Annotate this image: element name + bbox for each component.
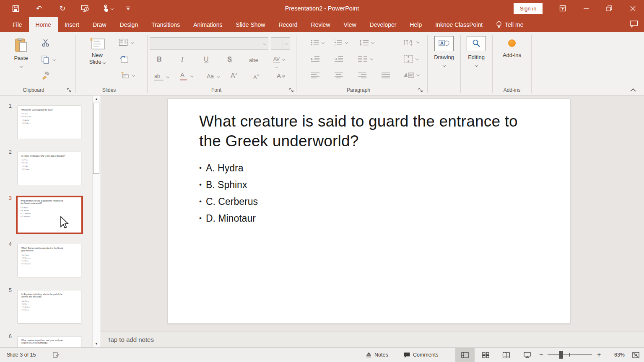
comments-toggle-button[interactable]: Comments xyxy=(403,348,438,362)
slide-thumbnail-panel: 1 Who is the Greek god of the sea? • A. … xyxy=(0,96,101,347)
font-size-combobox[interactable] xyxy=(271,37,290,50)
scroll-up-button[interactable]: ▲ xyxy=(93,96,100,102)
align-right-button[interactable] xyxy=(358,72,367,79)
zoom-slider-thumb[interactable] xyxy=(559,351,563,359)
notes-toggle-button[interactable]: Notes xyxy=(366,348,388,362)
font-size-dropdown[interactable] xyxy=(283,38,290,49)
sign-in-button[interactable]: Sign in xyxy=(514,3,543,14)
zoom-in-button[interactable]: + xyxy=(597,348,601,362)
format-painter-button[interactable] xyxy=(41,72,50,80)
tab-view[interactable]: View xyxy=(337,17,363,32)
bullets-button[interactable] xyxy=(311,39,324,46)
align-center-button[interactable] xyxy=(334,72,343,79)
slide-indicator[interactable]: Slide 3 of 15 xyxy=(7,348,36,362)
tab-file[interactable]: File xyxy=(6,17,29,32)
tab-inknoe-classpoint[interactable]: Inknoe ClassPoint xyxy=(428,17,489,32)
section-button[interactable] xyxy=(121,71,135,79)
bold-button[interactable]: B xyxy=(157,56,162,63)
tab-slide-show[interactable]: Slide Show xyxy=(229,17,272,32)
tab-transitions[interactable]: Transitions xyxy=(145,17,187,32)
font-name-dropdown[interactable] xyxy=(261,38,268,49)
paragraph-dialog-launcher[interactable] xyxy=(418,88,423,93)
text-shadow-button[interactable]: S xyxy=(227,56,232,63)
align-left-button[interactable] xyxy=(311,72,320,79)
lightbulb-icon xyxy=(496,21,502,28)
tab-home[interactable]: Home xyxy=(29,17,58,32)
fit-slide-to-window-button[interactable] xyxy=(628,348,643,362)
numbering-icon xyxy=(334,39,343,46)
notes-pane[interactable]: Tap to add notes xyxy=(101,331,644,347)
slide-thumbnail-6[interactable]: What creature is part lion, part goat, a… xyxy=(18,336,81,347)
slide-thumbnail-3-selected[interactable]: What creature is said to guard the entra… xyxy=(16,196,83,234)
text-highlight-button[interactable]: ab xyxy=(154,72,169,81)
slide-body-text[interactable]: A. Hydra B. Sphinx C. Cerberus D. Minota… xyxy=(199,160,258,227)
increase-font-size-button[interactable]: A˄ xyxy=(231,72,237,80)
minimize-button[interactable] xyxy=(580,3,592,14)
tab-design[interactable]: Design xyxy=(113,17,145,32)
font-name-combobox[interactable] xyxy=(150,37,268,50)
strikethrough-button[interactable]: abe xyxy=(249,57,258,63)
reset-slide-button[interactable] xyxy=(119,55,129,63)
numbering-button[interactable] xyxy=(334,39,348,46)
character-spacing-button[interactable]: AV↔ xyxy=(273,55,285,70)
scroll-down-button[interactable]: ▼ xyxy=(93,340,100,347)
justify-button[interactable] xyxy=(381,72,390,79)
tab-draw[interactable]: Draw xyxy=(86,17,113,32)
collapse-ribbon-button[interactable] xyxy=(630,88,636,92)
font-color-icon: A xyxy=(180,71,187,80)
thumbnail-scrollbar[interactable]: ▲ ▼ xyxy=(92,96,100,347)
accessibility-check-button[interactable] xyxy=(52,348,60,362)
reading-view-icon xyxy=(502,352,510,358)
reading-view-button[interactable] xyxy=(496,348,516,362)
tab-developer[interactable]: Developer xyxy=(363,17,403,32)
scrollbar-thumb[interactable] xyxy=(93,103,99,174)
change-case-button[interactable]: Aa xyxy=(207,73,219,80)
chevron-up-icon xyxy=(630,88,636,92)
editing-button[interactable]: Editing xyxy=(465,36,487,68)
normal-view-button[interactable] xyxy=(455,348,475,362)
copy-button[interactable] xyxy=(41,55,55,64)
align-text-button[interactable] xyxy=(403,54,418,64)
slide-sorter-view-button[interactable] xyxy=(476,348,495,362)
restore-button[interactable] xyxy=(603,3,615,14)
ribbon-display-options-button[interactable] xyxy=(556,3,569,14)
underline-button[interactable]: U xyxy=(204,56,209,63)
increase-indent-button[interactable] xyxy=(334,56,343,62)
drawing-button[interactable]: A Drawing xyxy=(433,36,455,68)
slide-thumbnail-1[interactable]: Who is the Greek god of the sea? • A. Ze… xyxy=(18,106,81,139)
font-dialog-launcher[interactable] xyxy=(289,88,294,93)
tab-help[interactable]: Help xyxy=(403,17,428,32)
columns-button[interactable] xyxy=(358,56,373,62)
convert-to-smartart-button[interactable] xyxy=(403,71,419,79)
cut-button[interactable] xyxy=(41,39,50,47)
tab-insert[interactable]: Insert xyxy=(58,17,86,32)
new-slide-button[interactable]: New Slide xyxy=(86,36,109,83)
tab-animations[interactable]: Animations xyxy=(187,17,229,32)
tab-review[interactable]: Review xyxy=(304,17,337,32)
line-spacing-button[interactable] xyxy=(359,39,374,46)
current-slide[interactable]: What creature is said to guard the entra… xyxy=(168,99,570,324)
slide-thumbnail-2[interactable]: In Norse mythology, who is the god of th… xyxy=(18,152,81,185)
close-button[interactable] xyxy=(626,3,639,14)
paste-button[interactable]: Paste xyxy=(12,36,30,83)
slide-show-view-button[interactable] xyxy=(517,348,537,362)
feedback-comment-button[interactable] xyxy=(630,20,638,28)
zoom-out-button[interactable]: − xyxy=(539,348,543,362)
chevron-down-icon xyxy=(416,40,420,44)
decrease-indent-button[interactable] xyxy=(311,56,320,62)
font-color-button[interactable]: A xyxy=(180,71,193,80)
decrease-font-size-button[interactable]: A˅ xyxy=(253,73,259,81)
slide-layout-button[interactable] xyxy=(119,39,133,46)
text-direction-button[interactable]: A xyxy=(403,38,419,47)
addins-button[interactable]: Add-ins xyxy=(497,36,527,59)
zoom-slider-track[interactable] xyxy=(548,354,592,355)
tab-record[interactable]: Record xyxy=(272,17,304,32)
slide-title-text[interactable]: What creature is said to guard the entra… xyxy=(199,112,535,151)
tab-tell-me[interactable]: Tell me xyxy=(489,17,530,32)
slide-thumbnail-4[interactable]: Which Roman god is equivalent to the Gre… xyxy=(18,244,81,277)
slide-thumbnail-5[interactable]: In Egyptian mythology, who is the god of… xyxy=(18,290,81,323)
italic-button[interactable]: I xyxy=(181,56,183,63)
clipboard-dialog-launcher[interactable] xyxy=(67,88,72,93)
clear-formatting-button[interactable]: A xyxy=(277,72,286,80)
zoom-level[interactable]: 63% xyxy=(609,348,625,362)
